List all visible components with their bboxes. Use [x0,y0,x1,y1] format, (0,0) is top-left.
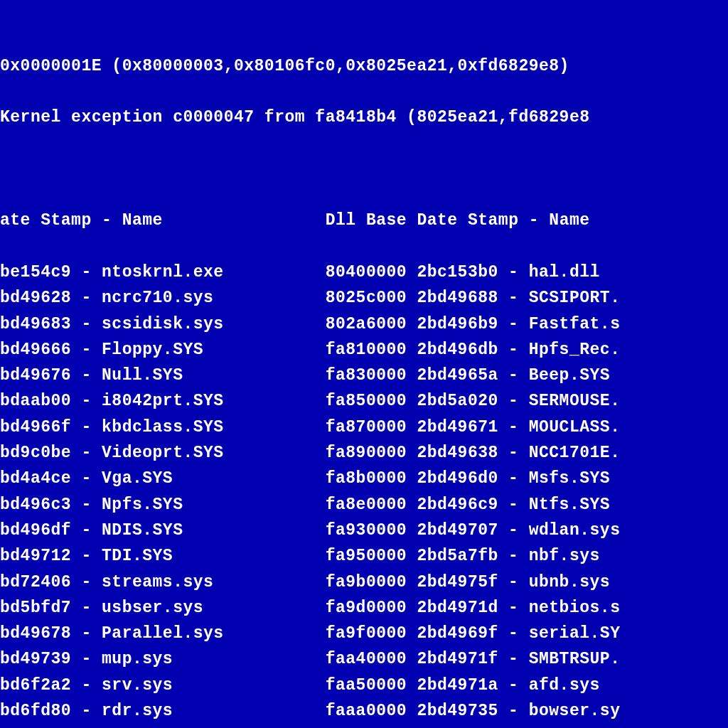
module-row: bd496df - NDIS.SYS fa930000 2bd49707 - w… [0,518,728,543]
module-row: bd49676 - Null.SYS fa830000 2bd4965a - B… [0,363,728,388]
module-row: bd5bfd7 - usbser.sys fa9d0000 2bd4971d -… [0,595,728,621]
module-row: bd496c3 - Npfs.SYS fa8e0000 2bd496c9 - N… [0,492,728,518]
module-row: bd49712 - TDI.SYS fa950000 2bd5a7fb - nb… [0,543,728,569]
module-header: ate Stamp - Name Dll Base Date Stamp - N… [0,208,728,233]
module-row: bd49678 - Parallel.sys fa9f0000 2bd4969f… [0,621,728,646]
module-row: bd6f2a2 - srv.sys faa50000 2bd4971a - af… [0,673,728,698]
module-row: bd49683 - scsidisk.sys 802a6000 2bd496b9… [0,311,728,337]
module-row: bdaab00 - i8042prt.SYS fa850000 2bd5a020… [0,388,728,414]
module-row: bd6fd80 - rdr.sys faaa0000 2bd49735 - bo… [0,698,728,724]
module-list: be154c9 - ntoskrnl.exe 80400000 2bc153b0… [0,259,728,724]
module-row: bd49666 - Floppy.SYS fa810000 2bd496db -… [0,337,728,363]
stop-code-line: 0x0000001E (0x80000003,0x80106fc0,0x8025… [0,53,728,79]
module-row: bd72406 - streams.sys fa9b0000 2bd4975f … [0,569,728,595]
module-row: bd4a4ce - Vga.SYS fa8b0000 2bd496d0 - Ms… [0,466,728,491]
module-row: bd49628 - ncrc710.sys 8025c000 2bd49688 … [0,285,728,311]
bsod-screen: { "header1": "0x0000001E (0x80000003,0x8… [0,0,728,728]
kernel-exception-line: Kernel exception c0000047 from fa8418b4 … [0,105,728,130]
module-row: bd49739 - mup.sys faa40000 2bd4971f - SM… [0,646,728,672]
module-row: be154c9 - ntoskrnl.exe 80400000 2bc153b0… [0,259,728,285]
module-row: bd4966f - kbdclass.SYS fa870000 2bd49671… [0,414,728,440]
blank-line [0,156,728,182]
module-row: bd9c0be - Videoprt.SYS fa890000 2bd49638… [0,440,728,466]
